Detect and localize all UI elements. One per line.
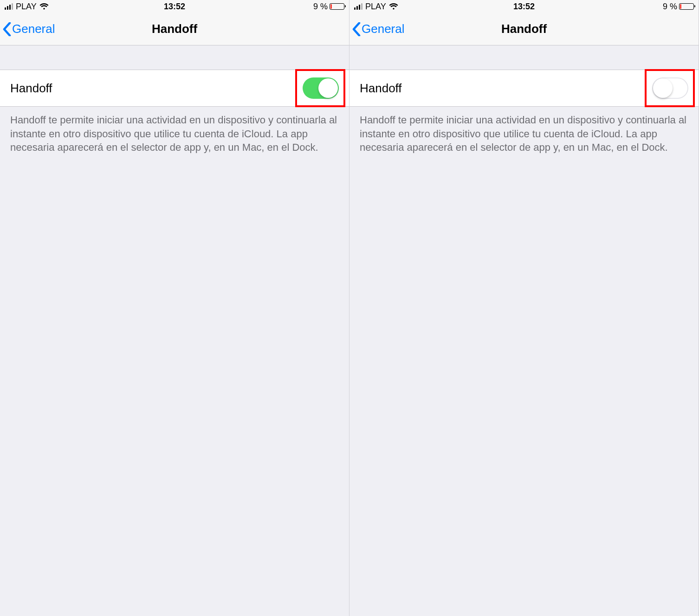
handoff-toggle[interactable]: [652, 77, 688, 99]
status-bar: PLAY 13:52 9 %: [350, 0, 699, 13]
battery-icon: [330, 3, 344, 10]
handoff-row: Handoff: [350, 70, 699, 107]
chevron-left-icon: [3, 22, 11, 36]
status-left: PLAY: [5, 2, 49, 12]
toggle-wrap: [652, 77, 688, 99]
screen-right: PLAY 13:52 9 % General Handoff Handoff: [350, 0, 699, 616]
nav-title: Handoff: [501, 22, 547, 36]
back-label: General: [12, 22, 55, 36]
toggle-knob: [653, 78, 673, 98]
nav-title: Handoff: [152, 22, 197, 36]
handoff-description: Handoff te permite iniciar una actividad…: [0, 107, 349, 154]
back-button[interactable]: General: [0, 22, 55, 36]
carrier-label: PLAY: [16, 2, 37, 12]
nav-bar: General Handoff: [0, 13, 349, 45]
toggle-wrap: [303, 77, 339, 99]
handoff-description: Handoff te permite iniciar una actividad…: [350, 107, 699, 154]
wifi-icon: [389, 3, 398, 10]
battery-icon: [679, 3, 694, 10]
toggle-knob: [318, 78, 338, 98]
settings-group: Handoff Handoff te permite iniciar una a…: [0, 70, 349, 154]
status-right: 9 %: [663, 2, 694, 12]
wifi-icon: [39, 3, 49, 10]
handoff-label: Handoff: [360, 81, 402, 96]
signal-icon: [354, 3, 362, 10]
back-button[interactable]: General: [350, 22, 405, 36]
nav-bar: General Handoff: [350, 13, 699, 45]
settings-group: Handoff Handoff te permite iniciar una a…: [350, 70, 699, 154]
status-bar: PLAY 13:52 9 %: [0, 0, 349, 13]
battery-percent-label: 9 %: [663, 2, 677, 12]
status-left: PLAY: [354, 2, 398, 12]
signal-icon: [5, 3, 13, 10]
carrier-label: PLAY: [365, 2, 386, 12]
status-right: 9 %: [313, 2, 344, 12]
handoff-row: Handoff: [0, 70, 349, 107]
back-label: General: [362, 22, 405, 36]
status-time: 13:52: [164, 2, 185, 12]
handoff-label: Handoff: [10, 81, 52, 96]
battery-percent-label: 9 %: [313, 2, 328, 12]
handoff-toggle[interactable]: [303, 77, 339, 99]
status-time: 13:52: [513, 2, 535, 12]
screen-left: PLAY 13:52 9 % General Handoff Handoff: [0, 0, 350, 616]
chevron-left-icon: [352, 22, 361, 36]
